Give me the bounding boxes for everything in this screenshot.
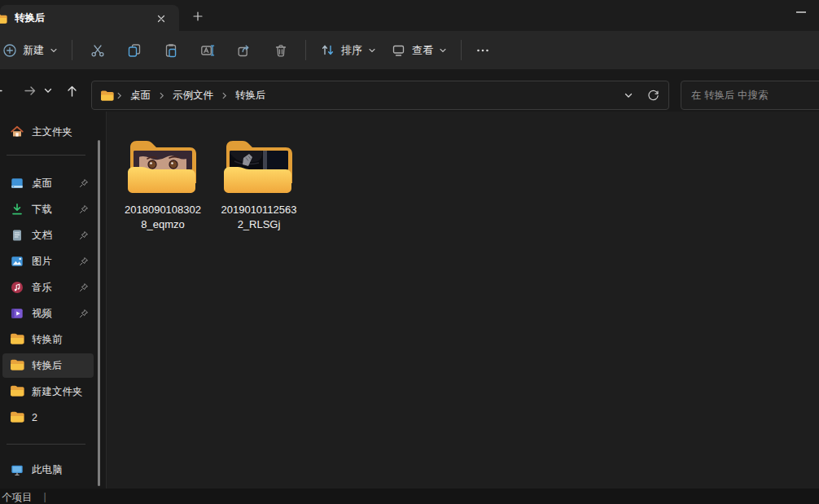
pin-icon <box>79 178 89 188</box>
main-area: 主文件夹 桌面 下载 <box>0 112 819 489</box>
this-pc-icon <box>10 462 24 477</box>
breadcrumb-chevron-icon <box>221 92 228 99</box>
tab-close-button[interactable] <box>151 9 170 28</box>
folder-icon <box>10 332 24 347</box>
folder-icon <box>0 12 7 23</box>
status-bar: 个项目 | <box>0 489 819 504</box>
pin-icon <box>79 256 89 266</box>
paste-button[interactable] <box>152 37 189 64</box>
toolbar-divider <box>72 40 72 60</box>
sidebar-item-before-conversion[interactable]: 转换前 <box>2 327 94 352</box>
folder-icon <box>100 90 114 101</box>
share-button[interactable] <box>226 37 262 64</box>
view-icon <box>391 42 406 58</box>
address-row: 桌面 示例文件 转换后 <box>0 69 819 112</box>
item-count-label: 个项目 <box>2 491 33 504</box>
minimize-icon <box>796 11 806 13</box>
navigation-pane: 主文件夹 桌面 下载 <box>0 112 106 489</box>
search-input[interactable] <box>681 81 819 110</box>
view-button[interactable]: 查看 <box>383 37 454 64</box>
cut-button[interactable] <box>79 37 116 64</box>
status-divider: | <box>44 491 46 502</box>
breadcrumb-chevron-icon <box>158 92 165 99</box>
copy-button[interactable] <box>116 37 152 64</box>
file-name: 20190101125632_RLSGj <box>220 203 298 232</box>
folder-icon <box>10 410 24 425</box>
refresh-button[interactable] <box>641 84 665 107</box>
file-list-area[interactable]: 20180901083028_eqmzo <box>106 112 819 489</box>
folder-icon <box>10 358 24 373</box>
tab-converted-folder[interactable]: 转换后 <box>0 5 179 31</box>
sort-button-label: 排序 <box>341 43 362 58</box>
sidebar-item-videos[interactable]: 视频 <box>2 301 94 326</box>
documents-icon <box>10 228 24 243</box>
downloads-icon <box>10 202 24 217</box>
new-tab-button[interactable] <box>186 7 208 25</box>
trash-icon <box>273 42 289 59</box>
pictures-icon <box>10 254 24 269</box>
copy-icon <box>126 42 142 59</box>
pin-icon <box>79 230 89 240</box>
more-ellipsis-icon <box>475 43 490 58</box>
sidebar-item-new-folder[interactable]: 新建文件夹 <box>2 379 94 404</box>
cut-icon <box>90 42 106 59</box>
tab-title: 转换后 <box>15 11 46 25</box>
sidebar-item-pictures[interactable]: 图片 <box>2 249 94 274</box>
breadcrumb-sample-files[interactable]: 示例文件 <box>165 89 221 103</box>
address-bar[interactable]: 桌面 示例文件 转换后 <box>91 81 669 110</box>
up-button[interactable] <box>59 78 84 103</box>
folder-icon <box>10 384 24 399</box>
folder-with-anime-face-thumbnail-icon <box>125 136 200 196</box>
desktop-icon <box>10 176 24 191</box>
sort-button[interactable]: 排序 <box>313 37 383 64</box>
file-name: 20180901083028_eqmzo <box>124 203 202 232</box>
new-button[interactable]: 新建 <box>0 37 65 64</box>
sidebar-item-downloads[interactable]: 下载 <box>2 197 94 221</box>
breadcrumb-converted[interactable]: 转换后 <box>228 89 274 103</box>
pin-icon <box>79 204 89 214</box>
new-button-label: 新建 <box>23 43 44 58</box>
sidebar-divider <box>7 444 85 445</box>
command-bar: 新建 <box>0 31 819 69</box>
paste-icon <box>163 42 179 59</box>
toolbar-divider <box>305 40 306 60</box>
toolbar-divider <box>461 40 462 60</box>
sidebar-item-2[interactable]: 2 <box>2 405 94 430</box>
breadcrumb-desktop[interactable]: 桌面 <box>123 89 158 103</box>
music-icon <box>10 280 24 295</box>
chevron-down-icon <box>368 46 376 55</box>
view-button-label: 查看 <box>412 43 433 58</box>
folder-with-dark-scene-thumbnail-icon <box>221 136 296 196</box>
sidebar-scrollbar[interactable] <box>98 140 100 486</box>
videos-icon <box>10 306 24 321</box>
sidebar-item-documents[interactable]: 文档 <box>2 223 94 248</box>
rename-button[interactable] <box>189 37 226 64</box>
sidebar-item-desktop[interactable]: 桌面 <box>2 171 94 195</box>
sidebar-item-after-conversion[interactable]: 转换后 <box>2 353 94 378</box>
home-icon <box>10 125 24 139</box>
sort-icon <box>320 42 335 58</box>
sidebar-item-home[interactable]: 主文件夹 <box>2 120 94 144</box>
pin-icon <box>79 283 89 292</box>
share-icon <box>236 42 252 59</box>
chevron-down-icon <box>50 46 58 55</box>
file-explorer-window: 转换后 新建 <box>0 0 819 504</box>
minimize-button[interactable] <box>783 0 819 24</box>
tab-bar: 转换后 <box>0 0 819 31</box>
plus-circle-icon <box>2 43 17 58</box>
recent-locations-button[interactable] <box>36 78 60 103</box>
delete-button[interactable] <box>262 37 299 64</box>
file-tile-2[interactable]: 20190101125632_RLSGj <box>217 136 301 232</box>
pin-icon <box>79 309 89 318</box>
breadcrumb-chevron-icon <box>116 92 123 99</box>
chevron-down-icon <box>439 46 447 55</box>
sidebar-item-this-pc[interactable]: 此电脑 <box>2 458 94 482</box>
sidebar-divider <box>7 155 85 156</box>
sidebar-item-music[interactable]: 音乐 <box>2 275 94 300</box>
address-dropdown-button[interactable] <box>616 84 641 107</box>
see-more-button[interactable] <box>468 37 497 64</box>
rename-icon <box>199 42 216 59</box>
back-button[interactable] <box>0 78 8 103</box>
file-tile-1[interactable]: 20180901083028_eqmzo <box>120 136 205 232</box>
